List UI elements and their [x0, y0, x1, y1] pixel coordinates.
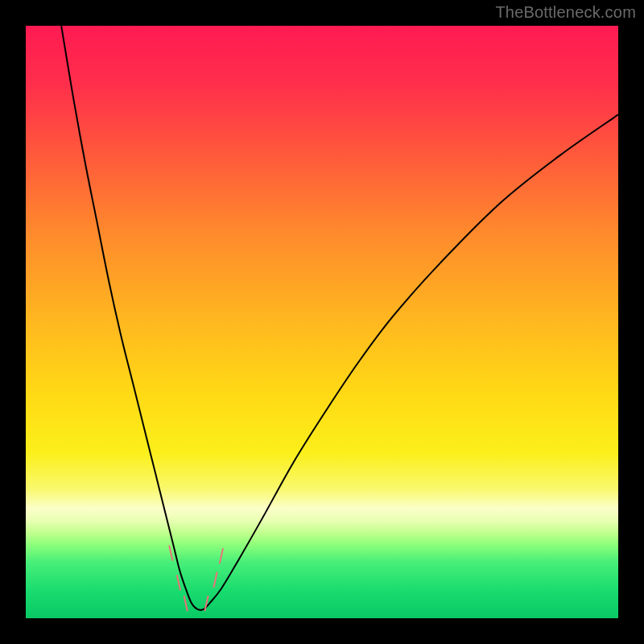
- marker-pill: [214, 572, 217, 587]
- watermark-text: TheBottleneck.com: [495, 3, 636, 22]
- bottleneck-curve: [61, 26, 618, 610]
- marker-pill: [204, 597, 208, 611]
- marker-pill: [177, 576, 180, 590]
- marker-pill: [184, 597, 188, 611]
- chart-container: TheBottleneck.com: [0, 0, 644, 644]
- marker-pill: [220, 549, 223, 564]
- plot-area: [26, 26, 618, 618]
- curve-markers: [169, 546, 223, 610]
- curve-layer: [26, 26, 618, 618]
- marker-pill: [169, 546, 172, 560]
